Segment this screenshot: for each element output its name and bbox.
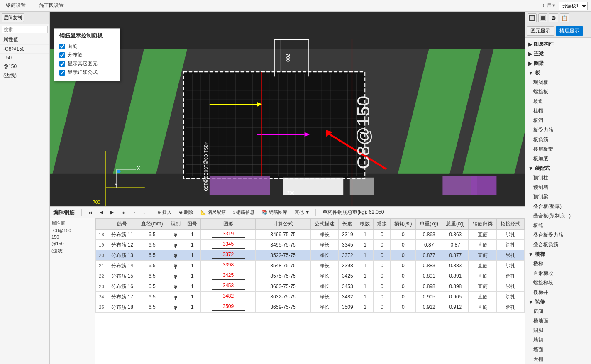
section-lianliang[interactable]: ▶ 连梁	[527, 49, 589, 59]
tab-floor-display[interactable]: 楼层显示	[556, 26, 583, 36]
cell-lap: 0	[374, 302, 391, 313]
item-tianpeng[interactable]: 天棚	[527, 354, 589, 364]
item-qiangqun[interactable]: 墙裙	[527, 335, 589, 345]
cell-loss: 0	[391, 230, 416, 240]
left-tree-item-5[interactable]: (边线)	[0, 71, 49, 81]
steel-lib-btn[interactable]: 📚 钢筋图库	[259, 208, 290, 216]
item-dieheban-shoulijin[interactable]: 叠合板受力筋	[527, 230, 589, 240]
item-xianjiaob[interactable]: 现浇板	[527, 78, 589, 87]
cell-grade: φ	[167, 250, 184, 261]
table-row[interactable]: 24 分布筋.17 6.5 φ 1 3482 3632-75-75 净长 348…	[96, 292, 525, 302]
item-zhixing-tiduan[interactable]: 直形梯段	[527, 269, 589, 278]
cell-grade: φ	[167, 292, 184, 302]
item-yuzhi-liang[interactable]: 预制梁	[527, 192, 589, 202]
item-zhuhm[interactable]: 柱帽	[527, 106, 589, 116]
item-fangjian[interactable]: 房间	[527, 307, 589, 316]
item-bancfeng[interactable]: 板缝	[527, 221, 589, 230]
item-yuzhi-qiang[interactable]: 预制墙	[527, 183, 589, 192]
nav-first-btn[interactable]: ⏮	[85, 209, 95, 216]
cell-unitweight: 0.905	[416, 292, 442, 302]
section-zhuangxiu[interactable]: ▼ 装修	[527, 297, 589, 307]
checkbox-other-input[interactable]	[59, 61, 65, 67]
cell-diameter: 6.5	[137, 261, 167, 271]
cell-grade: φ	[167, 230, 184, 240]
left-search-input[interactable]	[2, 26, 48, 33]
left-tree-item-1[interactable]: 属性值	[0, 35, 49, 45]
cell-lap: 0	[374, 261, 391, 271]
item-bandong[interactable]: 板洞	[527, 116, 589, 125]
table-row[interactable]: 18 分布筋.11 6.5 φ 1 3319 3469-75-75 净长 331…	[96, 230, 525, 240]
section-louti[interactable]: ▼ 楼梯	[527, 249, 589, 259]
table-container[interactable]: 筋号 直径(mm) 级别 图号 图形 计算公式 公式描述 长度 根数 搭接 损耗	[95, 218, 525, 364]
cell-count: 1	[357, 292, 374, 302]
table-row[interactable]: 19 分布筋.12 6.5 φ 1 3345 3495-75-75 净长 334…	[96, 240, 525, 250]
nav-next-btn[interactable]: ▶	[108, 209, 116, 216]
right-icon-btn-3[interactable]: ⚙	[549, 13, 558, 22]
item-qiangmian[interactable]: 墙面	[527, 345, 589, 354]
left-tree-item-2[interactable]: -C8@150	[0, 45, 49, 54]
left-tree-item-4[interactable]: @150	[0, 62, 49, 71]
cell-diameter: 6.5	[137, 271, 167, 281]
nav-last-btn[interactable]: ⏭	[119, 209, 128, 216]
insert-btn[interactable]: ⊕ 插入	[155, 208, 174, 216]
th-formula: 计算公式	[256, 219, 310, 230]
table-row[interactable]: 20 分布筋.13 6.5 φ 1 3372 3522-75-75 净长 337…	[96, 250, 525, 261]
table-row[interactable]: 23 分布筋.16 6.5 φ 1 3453 3603-75-75 净长 345…	[96, 281, 525, 292]
cell-length: 3425	[338, 271, 357, 281]
item-loudimian[interactable]: 楼地面	[527, 316, 589, 326]
checkbox-miangjin-label: 面筋	[68, 43, 78, 50]
cell-totalweight: 0.905	[442, 292, 469, 302]
cell-diameter: 6.5	[137, 302, 167, 313]
cell-lap: 0	[374, 250, 391, 261]
table-row[interactable]: 25 分布筋.18 6.5 φ 1 3509 3659-75-75 净长 350…	[96, 302, 525, 313]
cell-category: 直筋	[469, 271, 496, 281]
scale-btn[interactable]: 📐 缩尺配筋	[198, 208, 228, 216]
section-zhuangpeishi[interactable]: ▼ 装配式	[527, 164, 589, 173]
item-podao[interactable]: 坡道	[527, 97, 589, 106]
cell-laptype: 绑扎	[496, 250, 524, 261]
nav-prev-btn[interactable]: ◀	[97, 209, 105, 216]
item-tijiao[interactable]: 踢脚	[527, 326, 589, 335]
other-btn[interactable]: 其他 ▼	[292, 208, 312, 216]
nav-down-btn[interactable]: ↓	[141, 209, 148, 216]
tab-figure-display[interactable]: 图元显示	[527, 26, 554, 36]
right-icon-btn-4[interactable]: 📋	[560, 13, 569, 22]
checkbox-detail-input[interactable]	[59, 70, 65, 76]
item-banjiayi[interactable]: 板加腋	[527, 154, 589, 164]
nav-up-btn[interactable]: ↑	[131, 209, 138, 216]
section-lianliang-icon: ▶	[528, 51, 532, 57]
top-toolbar-item-steel[interactable]: 钢筋设置	[3, 1, 28, 10]
section-layer-component[interactable]: ▶ 图层构件	[527, 39, 589, 49]
cell-grade: φ	[167, 281, 184, 292]
checkbox-fenbujin-input[interactable]	[59, 52, 65, 58]
section-ban[interactable]: ▼ 板	[527, 68, 589, 78]
item-loucengbandai[interactable]: 楼层板带	[527, 144, 589, 154]
item-yuzhi-zhu[interactable]: 预制柱	[527, 173, 589, 183]
item-louti-jing[interactable]: 楼梯井	[527, 288, 589, 297]
section-quanliang[interactable]: ▶ 圈梁	[527, 59, 589, 68]
item-louti[interactable]: 楼梯	[527, 259, 589, 269]
left-tree-item-3[interactable]: 150	[0, 54, 49, 62]
cell-laptype: 绑扎	[496, 261, 524, 271]
svg-text:700: 700	[93, 200, 100, 205]
delete-btn[interactable]: ⊖ 删除	[176, 208, 195, 216]
item-dieheban-fujin[interactable]: 叠合板负筋	[527, 240, 589, 249]
item-luoxuan-tiduan[interactable]: 螺旋梯段	[527, 278, 589, 288]
item-banjin[interactable]: 板负筋	[527, 135, 589, 144]
top-toolbar-item-stage[interactable]: 施工段设置	[37, 1, 66, 10]
checkbox-miangjin-input[interactable]	[59, 44, 65, 49]
cell-lap: 0	[374, 281, 391, 292]
item-banshoulijin[interactable]: 板受力筋	[527, 125, 589, 135]
item-dieheban-yuzhi[interactable]: 叠合板(预制底...)	[527, 211, 589, 221]
item-luoxuanb[interactable]: 螺旋板	[527, 87, 589, 97]
item-dieheban-zhenghou[interactable]: 叠合板(整厚)	[527, 202, 589, 211]
canvas-container[interactable]: 700 700 K8S1 C8@150C8@150	[50, 12, 525, 206]
table-row[interactable]: 22 分布筋.15 6.5 φ 1 3425 3575-75-75 净长 342…	[96, 271, 525, 281]
table-row[interactable]: 21 分布筋.14 6.5 φ 1 3398 3548-75-75 净长 339…	[96, 261, 525, 271]
section-layer-label: 图层构件	[534, 41, 554, 48]
layer-select[interactable]: 分层板1	[559, 2, 588, 10]
steel-info-btn[interactable]: ℹ 钢筋信息	[231, 208, 257, 216]
right-icon-btn-1[interactable]: 🔲	[528, 13, 537, 22]
right-icon-btn-2[interactable]: 🔳	[538, 13, 547, 22]
layer-copy-btn[interactable]: 层间复制	[2, 13, 24, 22]
